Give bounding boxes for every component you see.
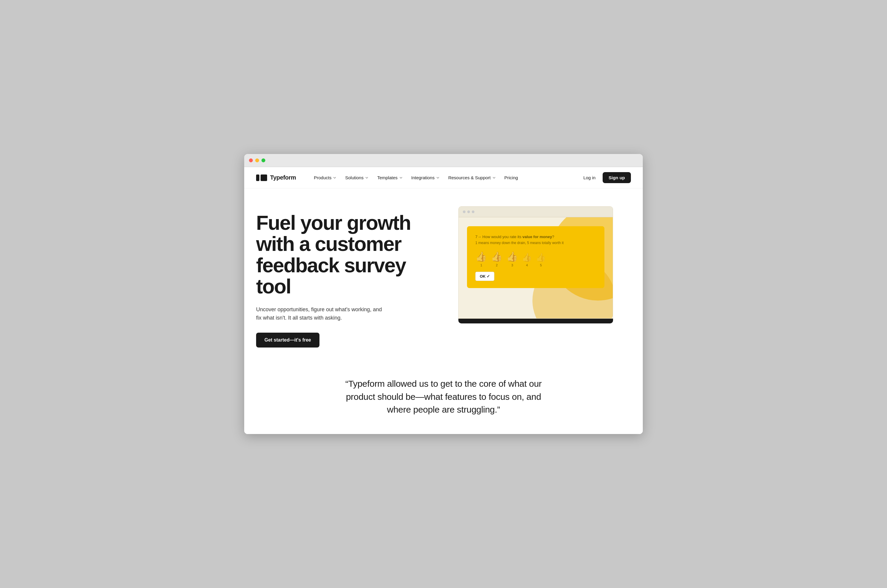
- survey-thumbs: 👍 1 👍 2 👍 3: [475, 251, 596, 267]
- thumb-label-4: 4: [526, 263, 528, 267]
- nav-item-products[interactable]: Products: [310, 173, 340, 183]
- nav-item-resources[interactable]: Resources & Support: [445, 173, 500, 183]
- mockup-dot-1: [463, 210, 466, 213]
- hero-title: Fuel your growth with a customer feedbac…: [256, 212, 423, 297]
- nav-label-templates: Templates: [377, 175, 397, 180]
- thumb-label-3: 3: [511, 263, 513, 267]
- hero-subtitle: Uncover opportunities, figure out what's…: [256, 306, 387, 322]
- page-content: Typeform Products Solutions Templates In…: [244, 167, 643, 434]
- thumb-label-2: 2: [496, 263, 498, 267]
- thumb-emoji-1: 👍: [475, 251, 487, 262]
- nav-label-integrations: Integrations: [411, 175, 434, 180]
- survey-card: 7→ How would you rate its value for mone…: [467, 226, 604, 288]
- thumb-emoji-4: 👍: [522, 252, 532, 262]
- thumb-label-5: 5: [540, 263, 542, 267]
- browser-chrome: [244, 154, 643, 167]
- nav-label-solutions: Solutions: [345, 175, 364, 180]
- nav-label-resources: Resources & Support: [448, 175, 491, 180]
- chevron-down-icon: [492, 176, 496, 180]
- testimonial-section: “Typeform allowed us to get to the core …: [244, 359, 643, 434]
- mockup-dot-2: [467, 210, 470, 213]
- survey-hint: 1 means money down the drain, 5 means to…: [475, 241, 596, 245]
- mockup-browser: 7→ How would you rate its value for mone…: [459, 206, 613, 319]
- thumb-item-5[interactable]: 👍 5: [536, 252, 546, 267]
- nav-item-pricing[interactable]: Pricing: [501, 173, 522, 183]
- thumb-emoji-2: 👍: [491, 251, 503, 262]
- nav-item-integrations[interactable]: Integrations: [408, 173, 444, 183]
- nav-item-solutions[interactable]: Solutions: [341, 173, 373, 183]
- thumb-item-4[interactable]: 👍 4: [522, 252, 532, 267]
- thumb-label-1: 1: [480, 263, 482, 267]
- testimonial-text: “Typeform allowed us to get to the core …: [340, 377, 547, 416]
- chevron-down-icon: [332, 176, 337, 180]
- hero-left: Fuel your growth with a customer feedbac…: [256, 206, 423, 348]
- nav-links: Products Solutions Templates Integration…: [310, 173, 580, 183]
- logo-block-small: [256, 174, 259, 181]
- hero-section: Fuel your growth with a customer feedbac…: [244, 189, 643, 359]
- nav-auth: Log in Sign up: [580, 172, 631, 183]
- survey-ok-button[interactable]: OK ✓: [475, 272, 495, 281]
- survey-mockup: 7→ How would you rate its value for mone…: [459, 206, 613, 323]
- cta-button[interactable]: Get started—it's free: [256, 333, 319, 348]
- survey-question-num: 7→ How would you rate its value for mone…: [475, 234, 596, 239]
- logo-block-dark: [260, 174, 267, 181]
- logo-icon: [256, 174, 267, 181]
- nav-label-products: Products: [314, 175, 331, 180]
- hero-right: 7→ How would you rate its value for mone…: [440, 206, 631, 323]
- thumb-item-3[interactable]: 👍 3: [506, 251, 518, 267]
- logo-text: Typeform: [270, 174, 296, 181]
- signup-button[interactable]: Sign up: [603, 172, 631, 183]
- mockup-bar: [459, 207, 613, 217]
- chevron-down-icon: [399, 176, 403, 180]
- mockup-dot-3: [472, 210, 474, 213]
- nav-item-templates[interactable]: Templates: [374, 173, 406, 183]
- chevron-down-icon: [365, 176, 369, 180]
- navbar: Typeform Products Solutions Templates In…: [244, 167, 643, 189]
- nav-label-pricing: Pricing: [505, 175, 518, 180]
- thumb-emoji-3: 👍: [506, 251, 518, 262]
- chevron-down-icon: [436, 176, 440, 180]
- mockup-content: 7→ How would you rate its value for mone…: [459, 217, 613, 318]
- logo[interactable]: Typeform: [256, 174, 296, 181]
- thumb-item-2[interactable]: 👍 2: [491, 251, 503, 267]
- browser-window: Typeform Products Solutions Templates In…: [244, 154, 643, 434]
- traffic-light-green[interactable]: [262, 159, 265, 162]
- traffic-light-yellow[interactable]: [255, 159, 259, 162]
- traffic-lights: [249, 159, 265, 162]
- survey-question-text: How would you rate its value for money?: [483, 234, 554, 239]
- thumb-emoji-5: 👍: [536, 252, 546, 262]
- login-button[interactable]: Log in: [580, 173, 599, 183]
- mockup-base: [459, 319, 613, 323]
- traffic-light-red[interactable]: [249, 159, 253, 162]
- thumb-item-1[interactable]: 👍 1: [475, 251, 487, 267]
